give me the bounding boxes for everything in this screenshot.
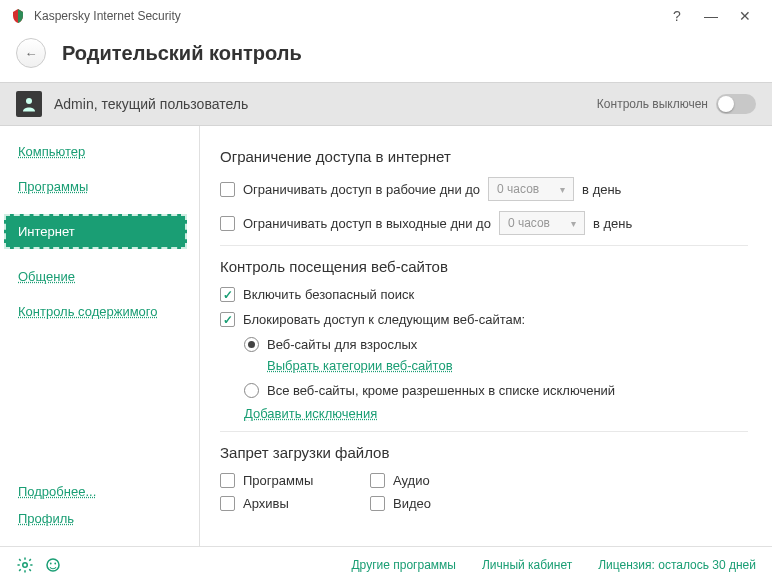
chevron-down-icon: ▾ [560, 184, 565, 195]
checkbox-block-programs[interactable] [220, 473, 235, 488]
sidebar-item-communication[interactable]: Общение [18, 269, 199, 284]
sidebar-item-computer[interactable]: Компьютер [18, 144, 199, 159]
sidebar-item-more[interactable]: Подробнее... [18, 484, 199, 499]
checkbox-safe-search[interactable] [220, 287, 235, 302]
footer-other-programs[interactable]: Другие программы [351, 558, 455, 572]
main-area: Компьютер Программы Интернет Общение Кон… [0, 126, 772, 546]
sidebar-item-internet[interactable]: Интернет [4, 214, 187, 249]
label-programs: Программы [243, 473, 313, 488]
sidebar: Компьютер Программы Интернет Общение Кон… [0, 126, 200, 546]
select-weekend-hours[interactable]: 0 часов ▾ [499, 211, 585, 235]
gear-icon[interactable] [16, 556, 34, 574]
svg-point-0 [26, 98, 32, 104]
radio-all-except[interactable] [244, 383, 259, 398]
footer: Другие программы Личный кабинет Лицензия… [0, 546, 772, 575]
app-title: Kaspersky Internet Security [34, 9, 660, 23]
select-weekday-hours[interactable]: 0 часов ▾ [488, 177, 574, 201]
toggle-knob [718, 96, 734, 112]
section-websites-title: Контроль посещения веб-сайтов [220, 258, 748, 275]
per-day-label: в день [593, 216, 632, 231]
page-header: ← Родительский контроль [0, 32, 772, 82]
link-add-exclusions[interactable]: Добавить исключения [244, 406, 377, 421]
label-limit-weekend: Ограничивать доступ в выходные дни до [243, 216, 491, 231]
label-limit-weekday: Ограничивать доступ в рабочие дни до [243, 182, 480, 197]
control-toggle[interactable] [716, 94, 756, 114]
checkbox-block-video[interactable] [370, 496, 385, 511]
help-button[interactable]: ? [660, 4, 694, 28]
avatar [16, 91, 42, 117]
support-icon[interactable] [44, 556, 62, 574]
checkbox-limit-weekday[interactable] [220, 182, 235, 197]
svg-point-3 [50, 562, 52, 564]
content-pane: Ограничение доступа в интернет Ограничив… [200, 126, 772, 546]
footer-license[interactable]: Лицензия: осталось 30 дней [598, 558, 756, 572]
select-value: 0 часов [508, 216, 550, 230]
label-safe-search: Включить безопасный поиск [243, 287, 414, 302]
label-video: Видео [393, 496, 431, 511]
user-bar: Admin, текущий пользователь Контроль вык… [0, 82, 772, 126]
label-all-except: Все веб-сайты, кроме разрешенных в списк… [267, 383, 615, 398]
chevron-down-icon: ▾ [571, 218, 576, 229]
footer-account[interactable]: Личный кабинет [482, 558, 572, 572]
app-icon [10, 8, 26, 24]
section-downloads-title: Запрет загрузки файлов [220, 444, 748, 461]
per-day-label: в день [582, 182, 621, 197]
section-access-title: Ограничение доступа в интернет [220, 148, 748, 165]
link-choose-categories[interactable]: Выбрать категории веб-сайтов [267, 358, 453, 373]
minimize-button[interactable]: — [694, 4, 728, 28]
sidebar-item-programs[interactable]: Программы [18, 179, 199, 194]
label-block-sites: Блокировать доступ к следующим веб-сайта… [243, 312, 525, 327]
close-button[interactable]: ✕ [728, 4, 762, 28]
sidebar-item-content-control[interactable]: Контроль содержимого [18, 304, 199, 319]
radio-adult-sites[interactable] [244, 337, 259, 352]
checkbox-block-audio[interactable] [370, 473, 385, 488]
select-value: 0 часов [497, 182, 539, 196]
page-title: Родительский контроль [62, 42, 302, 65]
label-archives: Архивы [243, 496, 289, 511]
username-label: Admin, текущий пользователь [54, 96, 597, 112]
arrow-left-icon: ← [25, 46, 38, 61]
svg-point-1 [23, 562, 28, 567]
label-audio: Аудио [393, 473, 430, 488]
control-status-label: Контроль выключен [597, 97, 708, 111]
back-button[interactable]: ← [16, 38, 46, 68]
checkbox-block-sites[interactable] [220, 312, 235, 327]
titlebar: Kaspersky Internet Security ? — ✕ [0, 0, 772, 32]
svg-point-4 [54, 562, 56, 564]
checkbox-block-archives[interactable] [220, 496, 235, 511]
sidebar-item-profile[interactable]: Профиль [18, 511, 199, 526]
checkbox-limit-weekend[interactable] [220, 216, 235, 231]
label-adult-sites: Веб-сайты для взрослых [267, 337, 417, 352]
